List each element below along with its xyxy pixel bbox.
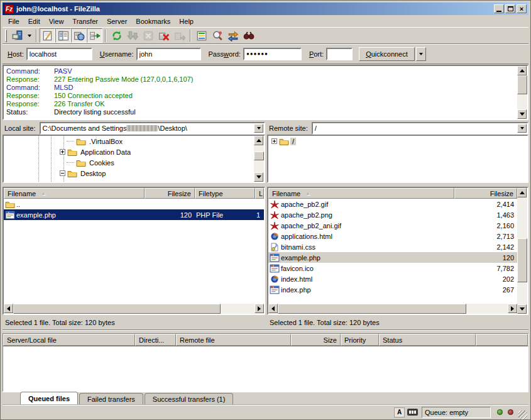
scroll-thumb[interactable] (254, 152, 264, 160)
synchronized-browsing-button[interactable] (225, 28, 241, 43)
resize-grip[interactable] (518, 411, 527, 419)
menu-help[interactable]: Help (175, 16, 198, 26)
username-input[interactable] (136, 48, 201, 60)
scroll-thumb[interactable] (517, 238, 527, 282)
process-queue-button[interactable] (124, 28, 140, 43)
tab-successful-transfers[interactable]: Successful transfers (1) (145, 393, 234, 404)
speed-limits-icon[interactable] (407, 409, 418, 416)
scroll-left-button[interactable] (268, 304, 278, 313)
file-row-example-php[interactable]: example.php 120 PHP File 1 (4, 209, 264, 220)
file-row[interactable]: apache_pb2.gif 2,414 (268, 199, 517, 209)
local-tree-scrollbar[interactable] (254, 136, 264, 182)
column-header-last-modified[interactable]: L (255, 188, 264, 199)
file-row[interactable]: index.php 267 (268, 284, 517, 295)
combo-dropdown-button[interactable] (254, 124, 263, 133)
column-header-filler (476, 334, 528, 346)
toggle-message-log-button[interactable] (40, 28, 55, 43)
tab-queued-files[interactable]: Queued files (20, 392, 78, 404)
menu-server[interactable]: Server (102, 16, 131, 26)
scroll-up-button[interactable] (517, 188, 527, 197)
column-header-direction[interactable]: Directi... (135, 334, 176, 346)
column-header-filename[interactable]: Filename▲ (268, 188, 454, 199)
quickconnect-dropdown[interactable] (416, 47, 426, 61)
refresh-button[interactable] (109, 28, 124, 43)
remote-vertical-scrollbar[interactable] (517, 188, 527, 314)
log-text: 150 Connection accepted (54, 92, 133, 100)
column-header-filesize[interactable]: Filesize (454, 188, 517, 199)
menu-transfer[interactable]: Transfer (68, 16, 102, 26)
column-header-priority[interactable]: Priority (341, 334, 379, 346)
column-header-filename[interactable]: Filename▲ (4, 188, 145, 199)
tree-item-application-data[interactable]: Application Data (4, 146, 254, 157)
scroll-right-button[interactable] (508, 304, 517, 313)
scroll-down-button[interactable] (254, 172, 263, 182)
tree-item-root[interactable]: / (268, 136, 527, 146)
minimize-button[interactable] (494, 4, 504, 13)
local-site-label: Local site: (3, 124, 40, 132)
file-row-parent-dir[interactable]: .. (4, 199, 264, 209)
tree-item-cookies[interactable]: Cookies (4, 157, 254, 168)
file-row-selected[interactable]: example.php 120 (268, 252, 517, 263)
scroll-left-button[interactable] (4, 304, 13, 313)
remote-selection-status: Selected 1 file. Total size: 120 bytes (267, 319, 380, 326)
toggle-remote-tree-button[interactable] (71, 28, 87, 43)
remote-horizontal-scrollbar[interactable] (268, 304, 517, 314)
filter-button[interactable] (194, 28, 209, 43)
site-manager-dropdown[interactable] (25, 28, 33, 43)
toggle-local-tree-button[interactable] (55, 28, 71, 43)
host-input[interactable] (26, 48, 92, 60)
scroll-down-button[interactable] (517, 304, 527, 314)
scroll-thumb[interactable] (278, 304, 466, 314)
local-site-combo[interactable]: C:\Documents and Settings\Desktop\ (40, 122, 265, 135)
site-manager-button[interactable] (9, 28, 25, 43)
queue-body[interactable] (3, 346, 528, 392)
remote-site-combo[interactable]: / (312, 122, 528, 135)
file-row[interactable]: index.html 202 (268, 274, 517, 284)
menu-view[interactable]: View (45, 16, 68, 26)
column-header-remote-file[interactable]: Remote file (176, 334, 291, 346)
toggle-transfer-queue-button[interactable] (87, 28, 102, 43)
tab-failed-transfers[interactable]: Failed transfers (79, 393, 143, 404)
scroll-up-button[interactable] (254, 136, 263, 145)
file-row[interactable]: bitnami.css 2,142 (268, 241, 517, 252)
column-header-server-local-file[interactable]: Server/Local file (3, 334, 135, 346)
column-header-filesize[interactable]: Filesize (145, 188, 195, 199)
menu-file[interactable]: File (4, 16, 24, 26)
column-header-size[interactable]: Size (291, 334, 341, 346)
toolbar-grip[interactable] (5, 30, 7, 42)
combo-dropdown-button[interactable] (517, 124, 527, 133)
data-type-indicator-icon[interactable]: A (394, 407, 405, 417)
file-row[interactable]: favicon.ico 7,782 (268, 263, 517, 274)
disconnect-button[interactable] (156, 28, 172, 43)
cancel-operation-button[interactable] (140, 28, 156, 43)
file-row[interactable]: apache_pb2_ani.gif 2,160 (268, 220, 517, 231)
local-horizontal-scrollbar[interactable] (4, 304, 264, 314)
log-scrollbar[interactable] (517, 66, 527, 119)
scroll-thumb[interactable] (13, 304, 221, 314)
menu-bookmarks[interactable]: Bookmarks (131, 16, 175, 26)
menu-edit[interactable]: Edit (24, 16, 45, 26)
column-header-status[interactable]: Status (379, 334, 476, 346)
scroll-right-button[interactable] (255, 304, 264, 313)
tree-item-desktop[interactable]: Desktop (4, 168, 254, 179)
tree-item-virtualbox[interactable]: .VirtualBox (4, 136, 254, 146)
file-name: index.php (281, 286, 311, 294)
directory-comparison-button[interactable] (209, 28, 225, 43)
quickconnect-button[interactable]: Quickconnect (359, 47, 415, 61)
maximize-button[interactable] (505, 4, 515, 13)
find-files-button[interactable] (241, 28, 256, 43)
column-header-filetype[interactable]: Filetype (195, 188, 255, 199)
folder-icon (67, 169, 77, 178)
expand-plus-icon[interactable] (271, 138, 277, 144)
scroll-up-button[interactable] (517, 66, 527, 75)
reconnect-button[interactable] (172, 28, 187, 43)
expand-plus-icon[interactable] (60, 149, 65, 155)
port-input[interactable] (326, 48, 353, 60)
close-button[interactable]: × (517, 4, 527, 13)
scroll-thumb[interactable] (517, 75, 527, 94)
file-row[interactable]: applications.html 2,713 (268, 231, 517, 241)
password-input[interactable] (243, 48, 302, 60)
file-row[interactable]: apache_pb2.png 1,463 (268, 209, 517, 220)
scroll-down-button[interactable] (517, 109, 527, 119)
collapse-minus-icon[interactable] (60, 170, 65, 176)
